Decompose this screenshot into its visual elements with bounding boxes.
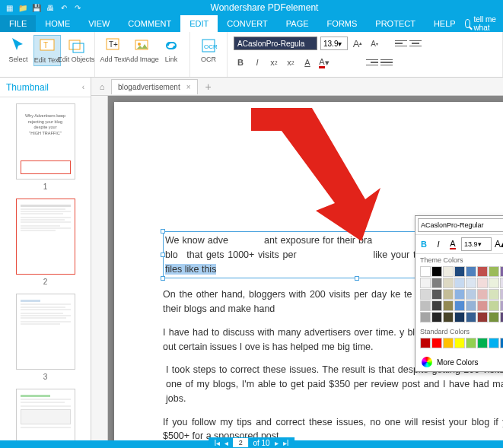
resize-handle[interactable]: [355, 276, 359, 281]
qat-undo-icon[interactable]: ↶: [59, 3, 68, 12]
ocr-button[interactable]: OCR OCR: [195, 35, 222, 65]
qat-save-icon[interactable]: 💾: [32, 3, 41, 12]
color-swatch[interactable]: [489, 266, 499, 277]
link-button[interactable]: Link: [158, 35, 185, 65]
popup-font-color-button[interactable]: A: [447, 238, 459, 250]
color-swatch[interactable]: [466, 278, 476, 288]
sidebar-collapse-icon[interactable]: ‹: [82, 83, 84, 91]
new-tab-button[interactable]: +: [201, 81, 216, 93]
qat-redo-icon[interactable]: ↷: [73, 3, 82, 12]
color-swatch[interactable]: [477, 300, 488, 311]
tab-edit[interactable]: EDIT: [180, 15, 218, 32]
color-swatch[interactable]: [489, 312, 499, 322]
color-swatch[interactable]: [500, 338, 503, 348]
color-swatch[interactable]: [454, 300, 465, 311]
close-tab-icon[interactable]: ×: [186, 83, 191, 91]
color-swatch[interactable]: [489, 300, 499, 311]
first-page-button[interactable]: I◂: [215, 439, 221, 447]
color-swatch[interactable]: [454, 338, 465, 348]
color-swatch[interactable]: [443, 278, 454, 288]
color-swatch[interactable]: [489, 289, 499, 300]
popup-italic-button[interactable]: I: [432, 238, 444, 250]
qat-print-icon[interactable]: 🖶: [46, 3, 55, 12]
color-swatch[interactable]: [454, 266, 465, 277]
grow-font-button[interactable]: A▴: [351, 37, 365, 50]
color-swatch[interactable]: [431, 289, 442, 300]
more-colors-button[interactable]: More Colors: [415, 353, 503, 371]
tell-me-search[interactable]: tell me what: [465, 15, 503, 32]
popup-grow-font[interactable]: A▴: [494, 238, 503, 250]
tab-help[interactable]: HELP: [425, 15, 465, 32]
color-swatch[interactable]: [500, 312, 503, 322]
thumbnail-page-1[interactable]: Why Advertisers keep rejecting your blog…: [16, 103, 75, 180]
color-swatch[interactable]: [489, 338, 499, 348]
align-right-button[interactable]: [366, 57, 378, 68]
align-left-button[interactable]: [395, 38, 407, 49]
color-swatch[interactable]: [431, 278, 442, 288]
popup-bold-button[interactable]: B: [418, 238, 430, 250]
edit-objects-button[interactable]: Edit Objects: [62, 35, 90, 66]
home-icon[interactable]: ⌂: [96, 81, 108, 93]
color-swatch[interactable]: [420, 300, 431, 311]
color-swatch[interactable]: [420, 338, 431, 348]
last-page-button[interactable]: ▸I: [283, 439, 289, 447]
tab-protect[interactable]: PROTECT: [366, 15, 425, 32]
color-swatch[interactable]: [431, 266, 442, 277]
tab-view[interactable]: VIEW: [79, 15, 119, 32]
add-text-button[interactable]: T+ Add Text: [100, 35, 127, 65]
color-swatch[interactable]: [454, 312, 465, 322]
color-swatch[interactable]: [420, 312, 431, 322]
color-swatch[interactable]: [454, 278, 465, 288]
color-swatch[interactable]: [443, 338, 454, 348]
color-swatch[interactable]: [420, 289, 431, 300]
popup-font-size[interactable]: 13.9 ▾: [461, 237, 492, 251]
color-swatch[interactable]: [431, 338, 442, 348]
font-name-select[interactable]: ACaslonPro-Regula: [234, 37, 317, 50]
color-swatch[interactable]: [500, 289, 503, 300]
tab-page[interactable]: PAGE: [277, 15, 318, 32]
color-swatch[interactable]: [477, 312, 488, 322]
color-swatch[interactable]: [466, 338, 476, 348]
tab-home[interactable]: HOME: [36, 15, 79, 32]
align-center-button[interactable]: [409, 38, 422, 49]
color-swatch[interactable]: [477, 289, 488, 300]
document-tab[interactable]: blogadvertisement ×: [111, 79, 198, 94]
prev-page-button[interactable]: ◂: [224, 439, 228, 447]
shrink-font-button[interactable]: A▾: [368, 37, 381, 50]
menu-file[interactable]: FILE: [0, 15, 36, 32]
color-swatch[interactable]: [443, 266, 454, 277]
resize-handle[interactable]: [161, 276, 165, 281]
color-swatch[interactable]: [500, 266, 503, 277]
thumbnail-page-3[interactable]: [16, 294, 75, 370]
page-number-input[interactable]: 2: [233, 438, 248, 447]
resize-handle[interactable]: [355, 229, 359, 234]
color-swatch[interactable]: [477, 338, 488, 348]
color-swatch[interactable]: [420, 278, 431, 288]
thumbnail-page-2[interactable]: [16, 199, 75, 275]
color-swatch[interactable]: [443, 289, 454, 300]
color-swatch[interactable]: [431, 300, 442, 311]
tab-convert[interactable]: CONVERT: [218, 15, 277, 32]
superscript-button[interactable]: x2: [267, 56, 281, 69]
popup-font-select[interactable]: ACaslonPro-Regular: [418, 218, 503, 232]
align-justify-button[interactable]: [380, 57, 393, 68]
color-swatch[interactable]: [500, 300, 503, 311]
color-swatch[interactable]: [454, 289, 465, 300]
color-swatch[interactable]: [466, 289, 476, 300]
next-page-button[interactable]: ▸: [275, 439, 279, 447]
thumbnail-page-4[interactable]: [16, 389, 75, 448]
tab-forms[interactable]: FORMS: [318, 15, 367, 32]
resize-handle[interactable]: [161, 253, 165, 257]
color-swatch[interactable]: [477, 266, 488, 277]
edit-text-button[interactable]: T Edit Text: [33, 35, 61, 66]
tab-comment[interactable]: COMMENT: [119, 15, 180, 32]
underline-button[interactable]: A: [301, 56, 314, 69]
color-swatch[interactable]: [466, 312, 476, 322]
subscript-button[interactable]: x2: [284, 56, 298, 69]
bold-button[interactable]: B: [234, 56, 247, 69]
color-swatch[interactable]: [420, 266, 431, 277]
font-size-select[interactable]: 13.9 ▾: [320, 37, 348, 50]
select-button[interactable]: Select: [5, 35, 32, 66]
color-swatch[interactable]: [443, 312, 454, 322]
font-color-button[interactable]: A▾: [317, 56, 331, 69]
